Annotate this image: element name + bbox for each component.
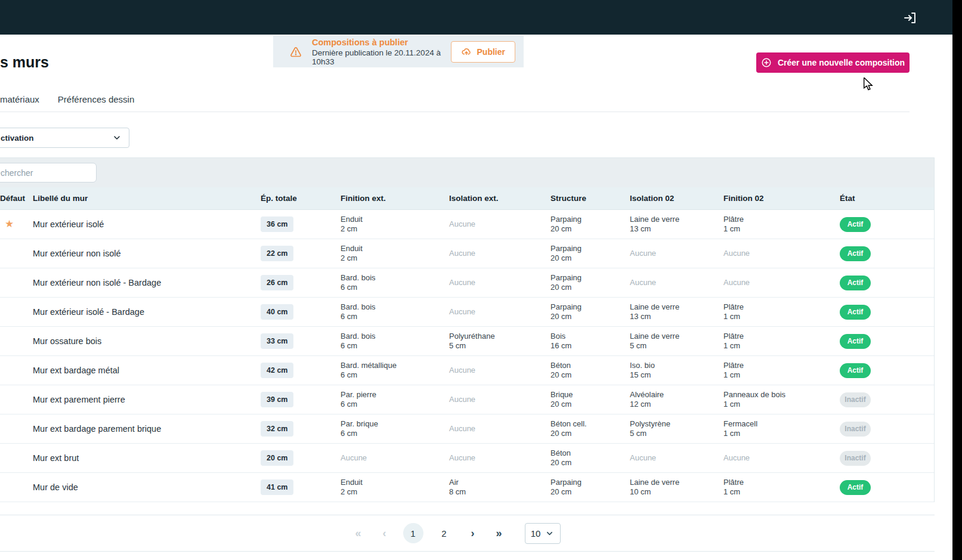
table-row[interactable]: ★ Mur ext brut 20 cm Aucune Aucune Béton…: [0, 444, 934, 473]
finition-ext-cell: Enduit2 cm: [341, 215, 449, 234]
last-page-button[interactable]: »: [491, 527, 507, 540]
chevron-down-icon: [112, 133, 122, 143]
table-row[interactable]: ★ Mur extérieur isolé 36 cm Enduit2 cm A…: [0, 210, 934, 239]
material-name: Plâtre: [723, 215, 840, 224]
material-name: Laine de verre: [630, 215, 723, 224]
table-row[interactable]: ★ Mur extérieur isolé - Bardage 40 cm Ba…: [0, 298, 934, 327]
material-size: 13 cm: [630, 224, 723, 234]
screen-edge-strip: [952, 0, 962, 560]
material-name: Plâtre: [723, 302, 840, 312]
material-size: 8 cm: [449, 487, 550, 497]
create-composition-button[interactable]: Créer une nouvelle composition: [756, 52, 910, 73]
first-page-button[interactable]: «: [351, 527, 366, 540]
material-name: Parpaing: [550, 215, 630, 224]
material-name: Brique: [550, 390, 630, 400]
material-name: Plâtre: [723, 361, 840, 370]
material-size: 6 cm: [341, 370, 449, 380]
finition-ext-cell: Par. pierre6 cm: [341, 390, 449, 409]
material-name: Polystyrène: [630, 419, 723, 429]
material-name: Bard. bois: [341, 302, 449, 312]
table-body: ★ Mur extérieur isolé 36 cm Enduit2 cm A…: [0, 210, 934, 502]
ep-totale-badge: 33 cm: [261, 333, 293, 349]
isolation-ext-cell: Polyuréthane5 cm: [449, 332, 550, 351]
default-star-icon: ★: [0, 218, 14, 230]
material-name: Béton: [550, 448, 630, 458]
table-row[interactable]: ★ Mur ext bardage métal 42 cm Bard. méta…: [0, 356, 934, 385]
material-size: 6 cm: [341, 429, 449, 438]
column-header: État: [840, 194, 934, 203]
ep-totale-badge: 42 cm: [261, 363, 293, 378]
table-row[interactable]: ★ Mur ossature bois 33 cm Bard. bois6 cm…: [0, 327, 934, 356]
page-button[interactable]: 1: [403, 523, 423, 543]
material-name: Béton: [550, 361, 630, 370]
material-size: 1 cm: [723, 370, 840, 380]
tab-materiaux[interactable]: matériaux: [0, 94, 39, 107]
chevron-down-icon: [545, 529, 554, 538]
wall-label: Mur ext bardage métal: [33, 366, 119, 375]
column-header: Isolation ext.: [449, 194, 550, 203]
logout-icon[interactable]: [903, 11, 917, 25]
material-name: Parpaing: [550, 244, 630, 253]
material-name: Aucune: [630, 249, 723, 258]
upload-cloud-icon: [461, 47, 472, 57]
material-name: Plâtre: [723, 332, 840, 341]
material-size: 20 cm: [550, 312, 630, 321]
next-page-button[interactable]: ›: [465, 527, 481, 540]
isolation-02-cell: Laine de verre13 cm: [630, 302, 723, 321]
material-name: Aucune: [630, 278, 723, 287]
material-name: Aucune: [449, 366, 550, 375]
finition-02-cell: Plâtre1 cm: [723, 215, 840, 234]
finition-02-cell: Plâtre1 cm: [723, 332, 840, 351]
table-row[interactable]: ★ Mur extérieur non isolé 22 cm Enduit2 …: [0, 239, 934, 268]
wall-label: Mur extérieur non isolé: [33, 249, 121, 258]
top-navigation-bar: [0, 0, 952, 35]
table-row[interactable]: ★ Mur extérieur non isolé - Bardage 26 c…: [0, 268, 934, 298]
material-name: Laine de verre: [630, 478, 723, 487]
material-size: 1 cm: [723, 224, 840, 234]
material-name: Par. pierre: [341, 390, 449, 400]
structure-cell: Bois16 cm: [550, 332, 630, 351]
status-badge: Inactif: [840, 422, 871, 437]
publish-button[interactable]: Publier: [451, 41, 515, 63]
table-row[interactable]: ★ Mur ext bardage parement brique 32 cm …: [0, 414, 934, 444]
table-row[interactable]: ★ Mur ext parement pierre 39 cm Par. pie…: [0, 385, 934, 414]
ep-totale-badge: 40 cm: [261, 304, 293, 320]
material-name: Parpaing: [550, 302, 630, 312]
previous-page-button[interactable]: ‹: [377, 527, 392, 540]
page-button[interactable]: 2: [434, 523, 454, 543]
activation-filter-select[interactable]: ctivation: [0, 128, 129, 148]
status-badge: Actif: [840, 305, 871, 320]
finition-02-cell: Plâtre1 cm: [723, 302, 840, 321]
finition-ext-cell: Bard. bois6 cm: [341, 273, 449, 292]
structure-cell: Parpaing20 cm: [550, 215, 630, 234]
material-size: 5 cm: [630, 341, 723, 351]
search-input[interactable]: [0, 163, 97, 182]
material-name: Aucune: [449, 219, 550, 229]
tab-preferences-dessin[interactable]: Préférences dessin: [58, 94, 134, 107]
app-window: s murs Compositions à publier Dernière p…: [0, 0, 962, 560]
material-name: Laine de verre: [630, 302, 723, 312]
material-name: Aucune: [449, 249, 550, 258]
material-name: Aucune: [630, 453, 723, 463]
material-name: Fermacell: [723, 419, 840, 429]
material-name: Bois: [550, 332, 630, 341]
isolation-ext-cell: Aucune: [449, 424, 550, 434]
isolation-02-cell: Laine de verre13 cm: [630, 215, 723, 234]
material-name: Aucune: [449, 424, 550, 434]
material-size: 13 cm: [630, 312, 723, 321]
page-size-select[interactable]: 10: [525, 523, 561, 544]
material-size: 12 cm: [630, 400, 723, 409]
publish-banner-subtitle: Dernière publication le 20.11.2024 à 10h…: [312, 48, 451, 66]
material-name: Aucune: [449, 395, 550, 404]
column-header: Ép. totale: [261, 194, 341, 203]
ep-totale-badge: 41 cm: [261, 479, 293, 495]
table-row[interactable]: ★ Mur de vide 41 cm Enduit2 cm Air8 cm P…: [0, 473, 934, 502]
material-name: Aucune: [723, 278, 840, 287]
isolation-ext-cell: Aucune: [449, 395, 550, 404]
wall-label: Mur extérieur non isolé - Bardage: [33, 278, 161, 287]
material-size: 20 cm: [550, 283, 630, 292]
wall-label: Mur ext bardage parement brique: [33, 424, 161, 434]
page-title: s murs: [0, 54, 49, 71]
isolation-02-cell: Laine de verre10 cm: [630, 478, 723, 497]
status-badge: Inactif: [840, 392, 871, 407]
